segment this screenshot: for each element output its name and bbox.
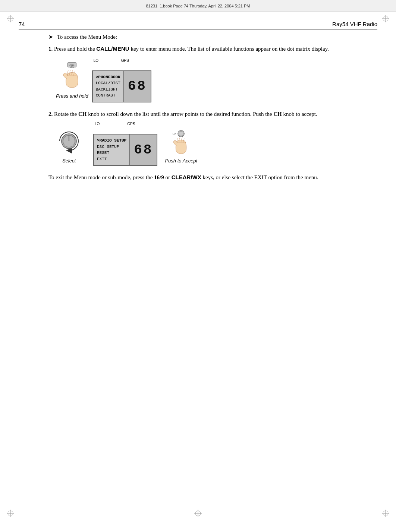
step2-lcd-row-3: RESET [97, 150, 126, 156]
step-1-hand-area: CALL MEM Press and hold [56, 62, 88, 99]
intro-text: To access the Menu Mode: [57, 34, 117, 40]
lcd-row-3: BACKLIGHT [96, 86, 120, 93]
step-1-seg-display: 68 [123, 71, 151, 102]
crosshair-top-right [382, 15, 389, 22]
press-and-hold-label: Press and hold [56, 93, 88, 99]
display-gps-label: GPS [121, 58, 129, 63]
step-1-num: 1. [48, 46, 53, 52]
content-area: ➤ To access the Menu Mode: 1. Press and … [48, 34, 374, 182]
step-1-illustration: CALL MEM Press and hold [56, 58, 374, 102]
intro-bullet: ➤ To access the Menu Mode: [48, 34, 374, 40]
step-2-knob-area: Select [52, 124, 86, 164]
crosshair-top-left [7, 15, 14, 22]
rotate-knob-icon [52, 124, 86, 158]
page-number: 74 [19, 21, 25, 27]
step-1-bold: CALL/MENU [96, 45, 129, 52]
lcd-row-4: CONTRAST [96, 92, 120, 99]
crosshair-bottom-left [7, 510, 14, 517]
page-title: Ray54 VHF Radio [332, 21, 377, 27]
top-rule [19, 29, 377, 29]
step-2-display-box: >RADIO SETUP DSC SETUP RESET EXIT 68 [93, 134, 157, 166]
lcd-row-1: >PHONEBOOK [96, 74, 120, 80]
step2-gps-label: GPS [127, 122, 135, 126]
step-2-text-before: Rotate the [54, 111, 78, 117]
step-2-header: 2. Rotate the CH knob to scroll down the… [48, 110, 374, 118]
step-2-display-text: >RADIO SETUP DSC SETUP RESET EXIT [94, 134, 129, 165]
push-to-accept-label: Push to Accept [165, 158, 197, 164]
step-2-text-end: knob to accept. [282, 111, 317, 117]
crosshair-bottom-right [382, 510, 389, 517]
step2-lcd-row-1: >RADIO SETUP [97, 137, 126, 144]
step-1: 1. Press and hold the CALL/MENU key to e… [48, 45, 374, 102]
step-1-display-text: >PHONEBOOK LOCAL/DIST BACKLIGHT CONTRAST [93, 71, 123, 102]
step-2-display: LO GPS >RADIO SETUP DSC SETUP RESET EXIT… [93, 128, 157, 166]
lcd-row-2: LOCAL/DIST [96, 80, 120, 86]
header-bar: 81231_1.book Page 74 Thursday, April 22,… [0, 0, 396, 12]
arrow-icon: ➤ [48, 34, 53, 40]
footer-paragraph: To exit the Menu mode or sub-mode, press… [48, 173, 374, 182]
footer-text-after: keys, or else select the EXIT option fro… [201, 174, 318, 180]
header-text: 81231_1.book Page 74 Thursday, April 22,… [146, 4, 250, 8]
step2-lcd-row-4: EXIT [97, 156, 126, 162]
step-1-header: 1. Press and hold the CALL/MENU key to e… [48, 45, 374, 53]
step-2-bold-ch2: CH [273, 111, 282, 117]
seg-digits-1: 68 [128, 79, 147, 94]
step-2-illustration: Select LO GPS >RADIO SETUP DSC SETUP RES… [52, 122, 374, 166]
footer-bold2: CLEAR/WX [172, 174, 201, 180]
step-1-text-after: key to enter menu mode. The list of avai… [129, 46, 329, 52]
footer-text-mid: or [164, 174, 172, 180]
svg-point-23 [179, 131, 183, 136]
step-1-display-box: >PHONEBOOK LOCAL/DIST BACKLIGHT CONTRAST… [92, 70, 151, 102]
push-hand-icon: LO [170, 130, 192, 156]
step-1-text-before: Press and hold the [54, 46, 96, 52]
step-2-text-mid1: knob to scroll down the list until the a… [87, 111, 273, 117]
footer-bold1: 16/9 [154, 174, 164, 180]
step-2-bold-ch1: CH [78, 111, 87, 117]
step-2-push-area: LO Push to Accept [165, 130, 197, 164]
step2-lcd-row-2: DSC SETUP [97, 144, 126, 150]
svg-text:MEM: MEM [70, 66, 74, 68]
step2-lo-label: LO [95, 122, 100, 126]
select-label: Select [62, 158, 76, 164]
footer-text-before: To exit the Menu mode or sub-mode, press… [48, 174, 154, 180]
step-1-display: LO GPS >PHONEBOOK LOCAL/DIST BACKLIGHT C… [92, 64, 151, 102]
press-hand-icon: CALL MEM [59, 62, 85, 92]
step-2-seg-display: 68 [129, 134, 157, 165]
step-2: 2. Rotate the CH knob to scroll down the… [48, 110, 374, 166]
seg-digits-2: 68 [134, 142, 153, 158]
svg-text:LO: LO [173, 132, 176, 134]
display-lo-label: LO [94, 58, 98, 63]
step-2-num: 2. [48, 111, 53, 117]
crosshair-bottom-middle [194, 510, 202, 517]
